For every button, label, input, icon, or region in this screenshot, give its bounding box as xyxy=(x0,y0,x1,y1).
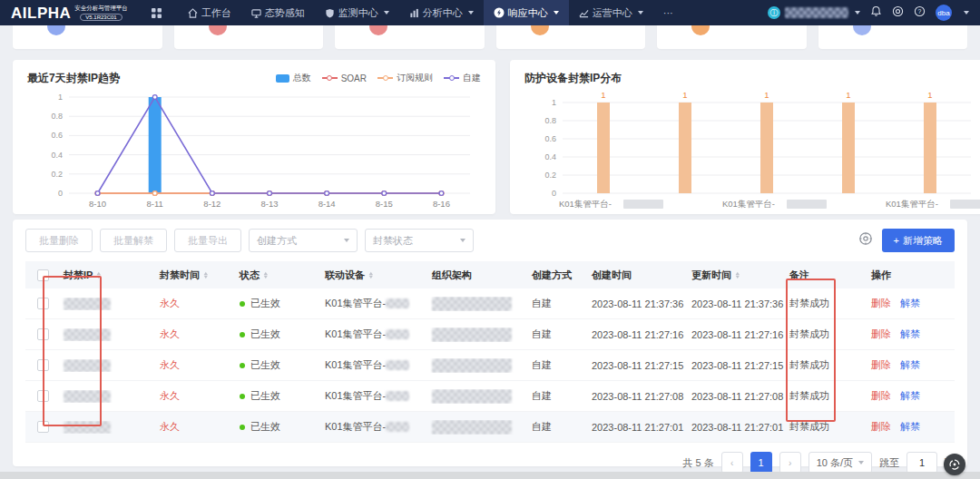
chevron-down-icon[interactable] xyxy=(964,11,969,15)
svg-text:0: 0 xyxy=(552,189,556,198)
distribution-chart-plot: 00.20.40.60.8111111K01集管平台-K01集管平台-K01集管… xyxy=(524,88,980,222)
column-header-8[interactable]: 更新时间▲▼ xyxy=(688,269,786,282)
response-icon xyxy=(494,7,505,18)
redacted-content xyxy=(432,420,512,435)
select-all-checkbox[interactable] xyxy=(37,269,49,281)
row-checkbox[interactable] xyxy=(37,421,49,433)
user-avatar-icon: ⓘ xyxy=(768,6,780,19)
notification-bell-icon[interactable] xyxy=(870,5,882,21)
svg-text:0.8: 0.8 xyxy=(51,112,63,121)
prev-page-button[interactable]: ‹ xyxy=(721,452,743,474)
create-method-select[interactable]: 创建方式 xyxy=(249,229,358,252)
row-checkbox-cell xyxy=(25,421,60,433)
page-1-button[interactable]: 1 xyxy=(750,452,772,474)
table-row: 永久已生效K01集管平台-自建2023-08-11 21:37:362023-0… xyxy=(25,288,955,319)
svg-text:0.4: 0.4 xyxy=(544,152,556,161)
menu-item-monitoring[interactable]: 监测中心 xyxy=(315,0,399,25)
cell-create-time: 2023-08-11 21:37:36 xyxy=(588,298,688,309)
batch-export-button[interactable]: 批量导出 xyxy=(174,229,241,252)
menu-item-analysis[interactable]: 分析中心 xyxy=(399,0,484,25)
legend-item-selfbuilt[interactable]: 自建 xyxy=(444,72,481,84)
svg-text:0.2: 0.2 xyxy=(544,171,556,180)
menu-item-more[interactable]: ··· xyxy=(653,0,683,25)
ban-status-select[interactable]: 封禁状态 xyxy=(365,229,474,252)
table-row: 永久已生效K01集管平台-自建2023-08-11 21:27:082023-0… xyxy=(25,381,955,412)
jump-page-input[interactable] xyxy=(906,452,937,474)
sort-icon[interactable]: ▲▼ xyxy=(368,271,373,279)
cell-operations: 删除解禁 xyxy=(867,389,955,403)
svg-text:0: 0 xyxy=(58,189,63,198)
svg-text:K01集管平台-: K01集管平台- xyxy=(559,199,612,209)
svg-text:0.4: 0.4 xyxy=(51,151,63,160)
delete-link[interactable]: 删除 xyxy=(871,297,891,310)
apps-grid-icon[interactable] xyxy=(152,8,162,18)
menu-item-situation[interactable]: 态势感知 xyxy=(241,0,315,25)
table-toolbar: 批量删除 批量解禁 批量导出 创建方式 封禁状态 + 新增策略 xyxy=(25,229,955,252)
unban-link[interactable]: 解禁 xyxy=(900,327,920,341)
table-row: 永久已生效K01集管平台-自建2023-08-11 21:27:162023-0… xyxy=(25,319,955,350)
more-icon: ··· xyxy=(663,7,673,18)
redacted-content xyxy=(64,390,111,403)
table-row: 永久已生效K01集管平台-自建2023-08-11 21:27:012023-0… xyxy=(25,412,955,443)
delete-link[interactable]: 删除 xyxy=(871,327,891,341)
unban-link[interactable]: 解禁 xyxy=(900,389,920,403)
unban-link[interactable]: 解禁 xyxy=(900,358,920,372)
add-policy-button[interactable]: + 新增策略 xyxy=(882,229,955,252)
legend-item-total[interactable]: 总数 xyxy=(276,72,311,84)
cell-ban-ip xyxy=(60,421,156,434)
cell-ban-duration: 永久 xyxy=(156,389,236,403)
chevron-down-icon xyxy=(460,239,466,242)
delete-link[interactable]: 删除 xyxy=(871,358,891,372)
column-header-2[interactable]: 封禁时间▲▼ xyxy=(156,269,236,282)
floating-assistant-button[interactable] xyxy=(944,454,965,475)
role-badge[interactable]: dba xyxy=(936,5,952,21)
menu-item-workbench[interactable]: 工作台 xyxy=(178,0,241,25)
status-dot-icon xyxy=(240,363,245,368)
help-icon[interactable]: ? xyxy=(914,5,926,21)
column-header-1[interactable]: 封禁IP▲▼ xyxy=(60,269,156,282)
unban-link[interactable]: 解禁 xyxy=(900,297,920,310)
unban-link[interactable]: 解禁 xyxy=(900,420,920,434)
column-header-4[interactable]: 联动设备▲▼ xyxy=(321,269,428,282)
user-chip[interactable]: ⓘ xyxy=(768,6,860,19)
cell-remark: 封禁成功 xyxy=(786,389,867,403)
column-header-3[interactable]: 状态▲▼ xyxy=(236,269,321,282)
menu-item-operations[interactable]: 运营中心 xyxy=(569,0,653,25)
row-checkbox[interactable] xyxy=(37,328,49,340)
next-page-button[interactable]: › xyxy=(779,452,801,474)
redacted-content xyxy=(386,298,409,308)
home-icon xyxy=(188,8,198,18)
sort-icon[interactable]: ▲▼ xyxy=(96,271,101,279)
gear-icon[interactable] xyxy=(858,231,873,249)
row-checkbox[interactable] xyxy=(37,359,49,371)
menu-item-response[interactable]: 响应中心 xyxy=(484,0,569,25)
svg-text:0.6: 0.6 xyxy=(51,131,63,140)
delete-link[interactable]: 删除 xyxy=(871,389,891,403)
svg-text:0.8: 0.8 xyxy=(544,116,556,125)
sort-icon[interactable]: ▲▼ xyxy=(735,271,740,279)
redacted-content xyxy=(64,421,111,434)
column-header-9: 备注 xyxy=(786,269,867,282)
batch-unban-button[interactable]: 批量解禁 xyxy=(100,229,167,252)
batch-delete-button[interactable]: 批量删除 xyxy=(25,229,93,252)
plus-icon: + xyxy=(894,235,899,246)
cell-remark: 封禁成功 xyxy=(786,358,867,372)
svg-text:K01集管平台-: K01集管平台- xyxy=(722,199,775,209)
sort-icon[interactable]: ▲▼ xyxy=(203,271,208,279)
svg-text:1: 1 xyxy=(682,90,687,100)
delete-link[interactable]: 删除 xyxy=(871,420,891,434)
row-checkbox[interactable] xyxy=(37,298,49,309)
page-size-select[interactable]: 10 条/页 xyxy=(808,452,872,474)
chevron-down-icon xyxy=(858,461,864,464)
bar-chart-icon xyxy=(409,8,419,18)
redacted-content xyxy=(64,359,111,372)
cell-create-time: 2023-08-11 21:27:16 xyxy=(588,329,688,340)
target-icon[interactable] xyxy=(892,5,904,21)
row-checkbox[interactable] xyxy=(37,390,49,402)
legend-item-soar[interactable]: SOAR xyxy=(322,73,367,83)
cell-ban-duration: 永久 xyxy=(156,327,236,341)
cell-update-time: 2023-08-11 21:37:36 xyxy=(688,298,786,309)
sort-icon[interactable]: ▲▼ xyxy=(263,271,268,279)
svg-text:0.6: 0.6 xyxy=(544,134,556,143)
legend-item-subscription[interactable]: 订阅规则 xyxy=(377,72,433,84)
